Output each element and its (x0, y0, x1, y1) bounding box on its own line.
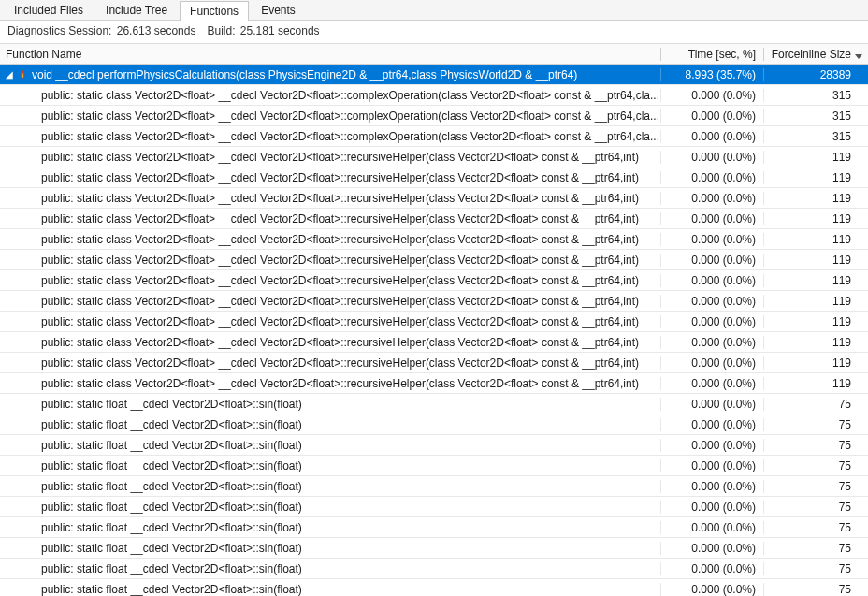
table-row[interactable]: public: static float __cdecl Vector2D<fl… (0, 476, 868, 497)
time-cell: 0.000 (0.0%) (660, 398, 763, 411)
time-cell: 0.000 (0.0%) (660, 583, 763, 596)
function-name-cell: public: static float __cdecl Vector2D<fl… (0, 459, 660, 472)
table-row[interactable]: public: static class Vector2D<float> __c… (0, 229, 868, 250)
table-row[interactable]: public: static float __cdecl Vector2D<fl… (0, 456, 868, 476)
time-cell: 0.000 (0.0%) (660, 501, 763, 514)
flame-icon (17, 69, 28, 80)
table-row[interactable]: ◢void __cdecl performPhysicsCalculations… (0, 65, 868, 85)
table-row[interactable]: public: static class Vector2D<float> __c… (0, 270, 868, 291)
size-cell: 119 (763, 192, 868, 205)
tab-events[interactable]: Events (251, 0, 306, 20)
table-row[interactable]: public: static class Vector2D<float> __c… (0, 167, 868, 188)
size-cell: 119 (763, 356, 868, 370)
size-cell: 75 (763, 439, 868, 452)
table-row[interactable]: public: static class Vector2D<float> __c… (0, 250, 868, 270)
size-cell: 119 (763, 315, 868, 328)
column-header-size[interactable]: Forceinline Size (763, 48, 868, 61)
function-name-cell: public: static class Vector2D<float> __c… (0, 212, 660, 225)
function-name-cell: public: static float __cdecl Vector2D<fl… (0, 439, 660, 452)
function-name-cell: public: static class Vector2D<float> __c… (0, 109, 660, 123)
time-cell: 0.000 (0.0%) (660, 130, 763, 143)
size-cell: 119 (763, 212, 868, 225)
function-name: public: static class Vector2D<float> __c… (41, 212, 639, 225)
table-row[interactable]: public: static class Vector2D<float> __c… (0, 147, 868, 167)
function-name-cell: public: static class Vector2D<float> __c… (0, 336, 660, 349)
functions-grid: Function Name Time [sec, %] Forceinline … (0, 44, 868, 596)
tab-bar: Included FilesInclude TreeFunctionsEvent… (0, 0, 868, 21)
expand-collapse-icon[interactable]: ◢ (6, 69, 15, 80)
table-row[interactable]: public: static class Vector2D<float> __c… (0, 188, 868, 209)
function-name: public: static float __cdecl Vector2D<fl… (41, 583, 302, 596)
size-cell: 119 (763, 254, 868, 267)
function-name: public: static class Vector2D<float> __c… (41, 109, 659, 123)
size-cell: 75 (763, 418, 868, 431)
time-cell: 0.000 (0.0%) (660, 233, 763, 246)
function-name-cell: public: static class Vector2D<float> __c… (0, 295, 660, 308)
size-cell: 75 (763, 501, 868, 514)
time-cell: 8.993 (35.7%) (660, 68, 763, 81)
table-row[interactable]: public: static class Vector2D<float> __c… (0, 106, 868, 126)
tab-included-files[interactable]: Included Files (4, 0, 94, 20)
function-name-cell: public: static class Vector2D<float> __c… (0, 274, 660, 287)
function-name-cell: public: static class Vector2D<float> __c… (0, 233, 660, 246)
time-cell: 0.000 (0.0%) (660, 459, 763, 472)
size-cell: 75 (763, 521, 868, 534)
size-cell: 119 (763, 377, 868, 390)
function-name: public: static float __cdecl Vector2D<fl… (41, 521, 302, 534)
time-cell: 0.000 (0.0%) (660, 377, 763, 390)
function-name-cell: public: static class Vector2D<float> __c… (0, 89, 660, 102)
function-name-cell: public: static float __cdecl Vector2D<fl… (0, 501, 660, 514)
table-row[interactable]: public: static float __cdecl Vector2D<fl… (0, 414, 868, 435)
time-cell: 0.000 (0.0%) (660, 295, 763, 308)
time-cell: 0.000 (0.0%) (660, 521, 763, 534)
time-cell: 0.000 (0.0%) (660, 89, 763, 102)
table-row[interactable]: public: static class Vector2D<float> __c… (0, 209, 868, 229)
function-name-cell: public: static float __cdecl Vector2D<fl… (0, 521, 660, 534)
table-row[interactable]: public: static class Vector2D<float> __c… (0, 353, 868, 373)
size-cell: 315 (763, 130, 868, 143)
time-cell: 0.000 (0.0%) (660, 171, 763, 184)
column-header-name[interactable]: Function Name (0, 48, 660, 61)
size-cell: 315 (763, 89, 868, 102)
table-row[interactable]: public: static class Vector2D<float> __c… (0, 332, 868, 353)
function-name-cell: public: static float __cdecl Vector2D<fl… (0, 542, 660, 555)
function-name: public: static class Vector2D<float> __c… (41, 192, 639, 205)
table-row[interactable]: public: static float __cdecl Vector2D<fl… (0, 538, 868, 559)
table-row[interactable]: public: static class Vector2D<float> __c… (0, 312, 868, 332)
time-cell: 0.000 (0.0%) (660, 109, 763, 123)
function-name-cell: public: static class Vector2D<float> __c… (0, 315, 660, 328)
function-name-cell: public: static class Vector2D<float> __c… (0, 192, 660, 205)
function-name: public: static class Vector2D<float> __c… (41, 233, 639, 246)
function-name: public: static class Vector2D<float> __c… (41, 151, 639, 164)
table-row[interactable]: public: static float __cdecl Vector2D<fl… (0, 435, 868, 456)
time-cell: 0.000 (0.0%) (660, 315, 763, 328)
size-cell: 119 (763, 233, 868, 246)
table-row[interactable]: public: static float __cdecl Vector2D<fl… (0, 579, 868, 596)
function-name: public: static float __cdecl Vector2D<fl… (41, 439, 302, 452)
time-cell: 0.000 (0.0%) (660, 212, 763, 225)
size-cell: 75 (763, 480, 868, 493)
function-name-cell: public: static float __cdecl Vector2D<fl… (0, 480, 660, 493)
table-row[interactable]: public: static class Vector2D<float> __c… (0, 373, 868, 394)
table-row[interactable]: public: static class Vector2D<float> __c… (0, 291, 868, 312)
column-header-size-label: Forceinline Size (772, 48, 851, 61)
table-row[interactable]: public: static class Vector2D<float> __c… (0, 126, 868, 147)
size-cell: 119 (763, 151, 868, 164)
table-row[interactable]: public: static float __cdecl Vector2D<fl… (0, 559, 868, 579)
table-row[interactable]: public: static float __cdecl Vector2D<fl… (0, 497, 868, 517)
table-row[interactable]: public: static class Vector2D<float> __c… (0, 85, 868, 106)
function-name: public: static class Vector2D<float> __c… (41, 356, 639, 370)
tab-include-tree[interactable]: Include Tree (95, 0, 178, 20)
function-name-cell: public: static float __cdecl Vector2D<fl… (0, 398, 660, 411)
size-cell: 75 (763, 542, 868, 555)
tab-functions[interactable]: Functions (180, 1, 249, 21)
table-row[interactable]: public: static float __cdecl Vector2D<fl… (0, 394, 868, 414)
table-row[interactable]: public: static float __cdecl Vector2D<fl… (0, 517, 868, 538)
function-name-cell: public: static float __cdecl Vector2D<fl… (0, 583, 660, 596)
size-cell: 119 (763, 274, 868, 287)
column-header-time[interactable]: Time [sec, %] (660, 48, 763, 61)
function-name: public: static float __cdecl Vector2D<fl… (41, 562, 302, 575)
function-name: public: static class Vector2D<float> __c… (41, 130, 659, 143)
function-name: public: static class Vector2D<float> __c… (41, 89, 659, 102)
function-name-cell: public: static float __cdecl Vector2D<fl… (0, 562, 660, 575)
